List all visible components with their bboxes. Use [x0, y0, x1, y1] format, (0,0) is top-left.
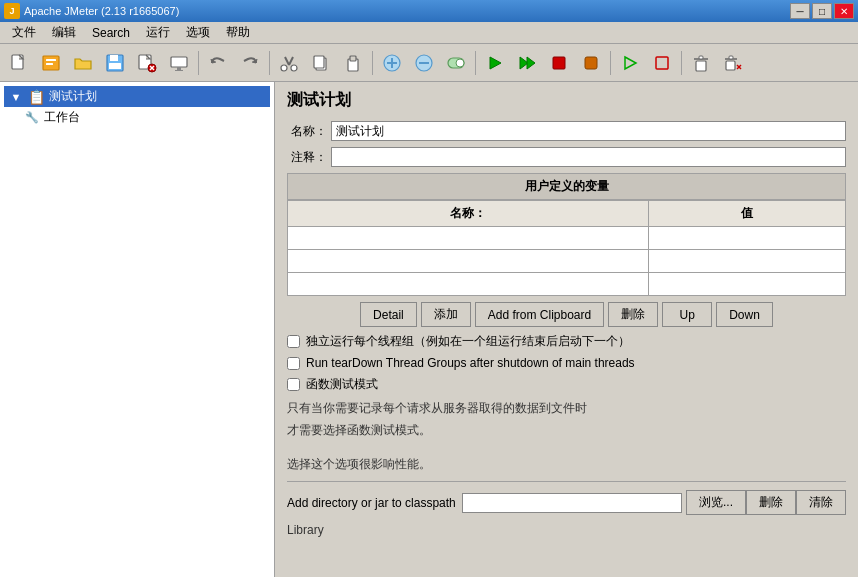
functional-mode-checkbox[interactable] [287, 378, 300, 391]
start-no-pause-toolbar-btn[interactable] [512, 49, 542, 77]
functional-mode-row: 函数测试模式 [287, 376, 846, 393]
save-toolbar-btn[interactable] [100, 49, 130, 77]
independent-run-row: 独立运行每个线程组（例如在一个组运行结束后启动下一个） [287, 333, 846, 350]
collapse-toolbar-btn[interactable] [409, 49, 439, 77]
shutdown-toolbar-btn[interactable] [576, 49, 606, 77]
classpath-input[interactable] [462, 493, 682, 513]
table-cell-name [288, 250, 649, 273]
desc-line-4: 选择这个选项很影响性能。 [287, 455, 846, 473]
col-name-header: 名称： [288, 201, 649, 227]
minimize-btn[interactable]: ─ [790, 3, 810, 19]
teardown-checkbox[interactable] [287, 357, 300, 370]
up-btn[interactable]: Up [662, 302, 712, 327]
table-header-row: 名称： 值 [288, 201, 846, 227]
undo-toolbar-btn[interactable] [203, 49, 233, 77]
table-cell-value [648, 273, 845, 296]
svg-marker-27 [490, 57, 501, 69]
new-toolbar-btn[interactable] [4, 49, 34, 77]
clear-classpath-btn[interactable]: 清除 [796, 490, 846, 515]
separator-6 [681, 51, 682, 75]
add-btn[interactable]: 添加 [421, 302, 471, 327]
content-area: 测试计划 名称： 注释： 用户定义的变量 名称： 值 [275, 82, 858, 545]
comment-input[interactable] [331, 147, 846, 167]
clear-all-toolbar-btn[interactable] [718, 49, 748, 77]
table-cell-value [648, 250, 845, 273]
col-value-header: 值 [648, 201, 845, 227]
name-label: 名称： [287, 123, 327, 140]
separator-5 [610, 51, 611, 75]
independent-run-label: 独立运行每个线程组（例如在一个组运行结束后启动下一个） [306, 333, 630, 350]
classpath-label: Add directory or jar to classpath [287, 496, 456, 510]
library-label: Library [287, 523, 846, 537]
variables-table: 名称： 值 [287, 200, 846, 296]
classpath-row: Add directory or jar to classpath 浏览... … [287, 490, 846, 515]
tree-item-label-workbench: 工作台 [44, 109, 80, 126]
svg-rect-37 [726, 61, 735, 70]
main-layout: ▼ 📋 测试计划 🔧 工作台 测试计划 名称： 注释： 用户定义的变量 [0, 82, 858, 577]
menu-file[interactable]: 文件 [4, 22, 44, 43]
menu-run[interactable]: 运行 [138, 22, 178, 43]
app-icon: J [4, 3, 20, 19]
delete-btn[interactable]: 删除 [608, 302, 658, 327]
copy-toolbar-btn[interactable] [306, 49, 336, 77]
window-title: Apache JMeter (2.13 r1665067) [24, 5, 790, 17]
menu-help[interactable]: 帮助 [218, 22, 258, 43]
menu-options[interactable]: 选项 [178, 22, 218, 43]
expand-toolbar-btn[interactable] [377, 49, 407, 77]
redo-toolbar-btn[interactable] [235, 49, 265, 77]
templates-toolbar-btn[interactable] [36, 49, 66, 77]
classpath-delete-btn[interactable]: 删除 [746, 490, 796, 515]
tree-item-test-plan[interactable]: ▼ 📋 测试计划 [4, 86, 270, 107]
separator-3 [372, 51, 373, 75]
screen-toolbar-btn[interactable] [164, 49, 194, 77]
detail-btn[interactable]: Detail [360, 302, 417, 327]
divider [287, 481, 846, 482]
menu-search[interactable]: Search [84, 24, 138, 42]
paste-toolbar-btn[interactable] [338, 49, 368, 77]
table-cell-name [288, 227, 649, 250]
test-plan-leaf-icon: 📋 [28, 89, 45, 105]
table-cell-value [648, 227, 845, 250]
menu-bar: 文件 编辑 Search 运行 选项 帮助 [0, 22, 858, 44]
svg-rect-2 [46, 59, 56, 61]
tree-item-workbench[interactable]: 🔧 工作台 [4, 107, 270, 128]
separator-4 [475, 51, 476, 75]
run-toolbar-btn[interactable] [480, 49, 510, 77]
remote-stop-toolbar-btn[interactable] [647, 49, 677, 77]
cut-toolbar-btn[interactable] [274, 49, 304, 77]
comment-label: 注释： [287, 149, 327, 166]
revert-toolbar-btn[interactable] [132, 49, 162, 77]
table-row [288, 273, 846, 296]
add-from-clipboard-btn[interactable]: Add from Clipboard [475, 302, 604, 327]
teardown-row: Run tearDown Thread Groups after shutdow… [287, 356, 846, 370]
clear-toolbar-btn[interactable] [686, 49, 716, 77]
open-toolbar-btn[interactable] [68, 49, 98, 77]
table-btn-row: Detail 添加 Add from Clipboard 删除 Up Down [287, 302, 846, 327]
stop-toolbar-btn[interactable] [544, 49, 574, 77]
name-input[interactable] [331, 121, 846, 141]
toggle-toolbar-btn[interactable] [441, 49, 471, 77]
window-controls: ─ □ ✕ [790, 3, 854, 19]
table-row [288, 250, 846, 273]
comment-row: 注释： [287, 147, 846, 167]
separator-1 [198, 51, 199, 75]
svg-marker-32 [625, 57, 636, 69]
test-plan-icon: ▼ [8, 89, 24, 105]
down-btn[interactable]: Down [716, 302, 773, 327]
svg-rect-31 [585, 57, 597, 69]
title-bar: J Apache JMeter (2.13 r1665067) ─ □ ✕ [0, 0, 858, 22]
maximize-btn[interactable]: □ [812, 3, 832, 19]
close-btn[interactable]: ✕ [834, 3, 854, 19]
teardown-label: Run tearDown Thread Groups after shutdow… [306, 356, 635, 370]
independent-run-checkbox[interactable] [287, 335, 300, 348]
svg-rect-12 [177, 67, 181, 70]
browse-btn[interactable]: 浏览... [686, 490, 746, 515]
left-panel: ▼ 📋 测试计划 🔧 工作台 [0, 82, 275, 577]
menu-edit[interactable]: 编辑 [44, 22, 84, 43]
svg-point-14 [281, 65, 287, 71]
svg-rect-6 [109, 63, 121, 69]
remote-start-toolbar-btn[interactable] [615, 49, 645, 77]
workbench-icon: 🔧 [24, 110, 40, 126]
svg-rect-36 [699, 56, 703, 59]
svg-rect-30 [553, 57, 565, 69]
